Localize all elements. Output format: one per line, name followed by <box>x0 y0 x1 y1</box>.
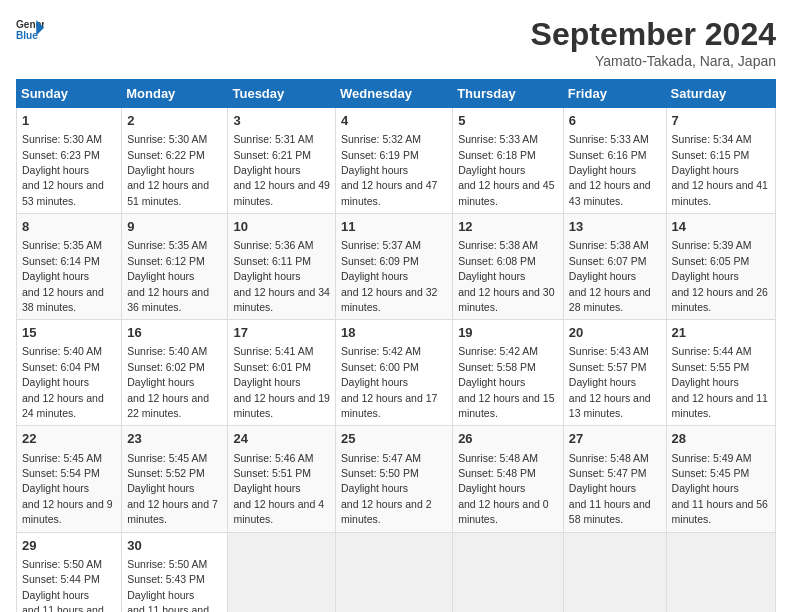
calendar-cell: 5Sunrise: 5:33 AMSunset: 6:18 PMDaylight… <box>453 108 564 214</box>
day-info: Sunrise: 5:30 AMSunset: 6:23 PMDaylight … <box>22 133 104 207</box>
header-row: Sunday Monday Tuesday Wednesday Thursday… <box>17 80 776 108</box>
calendar-body: 1Sunrise: 5:30 AMSunset: 6:23 PMDaylight… <box>17 108 776 613</box>
calendar-cell <box>666 532 775 612</box>
calendar-cell <box>228 532 336 612</box>
calendar-cell: 13Sunrise: 5:38 AMSunset: 6:07 PMDayligh… <box>563 214 666 320</box>
day-info: Sunrise: 5:33 AMSunset: 6:18 PMDaylight … <box>458 133 554 207</box>
col-sunday: Sunday <box>17 80 122 108</box>
day-info: Sunrise: 5:50 AMSunset: 5:43 PMDaylight … <box>127 558 209 612</box>
day-number: 24 <box>233 430 330 448</box>
calendar-cell: 15Sunrise: 5:40 AMSunset: 6:04 PMDayligh… <box>17 320 122 426</box>
calendar-row: 8Sunrise: 5:35 AMSunset: 6:14 PMDaylight… <box>17 214 776 320</box>
day-number: 13 <box>569 218 661 236</box>
day-number: 11 <box>341 218 447 236</box>
day-info: Sunrise: 5:48 AMSunset: 5:47 PMDaylight … <box>569 452 651 526</box>
day-info: Sunrise: 5:42 AMSunset: 5:58 PMDaylight … <box>458 345 554 419</box>
day-info: Sunrise: 5:36 AMSunset: 6:11 PMDaylight … <box>233 239 329 313</box>
calendar-cell: 8Sunrise: 5:35 AMSunset: 6:14 PMDaylight… <box>17 214 122 320</box>
calendar-cell <box>336 532 453 612</box>
day-number: 26 <box>458 430 558 448</box>
calendar-cell: 11Sunrise: 5:37 AMSunset: 6:09 PMDayligh… <box>336 214 453 320</box>
day-info: Sunrise: 5:49 AMSunset: 5:45 PMDaylight … <box>672 452 768 526</box>
calendar-cell: 3Sunrise: 5:31 AMSunset: 6:21 PMDaylight… <box>228 108 336 214</box>
day-number: 28 <box>672 430 770 448</box>
logo: General Blue <box>16 16 44 44</box>
day-number: 2 <box>127 112 222 130</box>
day-info: Sunrise: 5:46 AMSunset: 5:51 PMDaylight … <box>233 452 324 526</box>
location: Yamato-Takada, Nara, Japan <box>531 53 776 69</box>
day-info: Sunrise: 5:32 AMSunset: 6:19 PMDaylight … <box>341 133 437 207</box>
day-info: Sunrise: 5:43 AMSunset: 5:57 PMDaylight … <box>569 345 651 419</box>
day-number: 19 <box>458 324 558 342</box>
day-info: Sunrise: 5:44 AMSunset: 5:55 PMDaylight … <box>672 345 768 419</box>
day-number: 27 <box>569 430 661 448</box>
calendar-cell: 16Sunrise: 5:40 AMSunset: 6:02 PMDayligh… <box>122 320 228 426</box>
day-number: 1 <box>22 112 116 130</box>
day-info: Sunrise: 5:48 AMSunset: 5:48 PMDaylight … <box>458 452 549 526</box>
day-number: 6 <box>569 112 661 130</box>
day-number: 7 <box>672 112 770 130</box>
calendar-cell <box>563 532 666 612</box>
col-tuesday: Tuesday <box>228 80 336 108</box>
day-number: 20 <box>569 324 661 342</box>
logo-icon: General Blue <box>16 16 44 44</box>
calendar-cell: 18Sunrise: 5:42 AMSunset: 6:00 PMDayligh… <box>336 320 453 426</box>
col-friday: Friday <box>563 80 666 108</box>
day-info: Sunrise: 5:35 AMSunset: 6:14 PMDaylight … <box>22 239 104 313</box>
calendar-cell: 7Sunrise: 5:34 AMSunset: 6:15 PMDaylight… <box>666 108 775 214</box>
day-number: 3 <box>233 112 330 130</box>
day-number: 10 <box>233 218 330 236</box>
day-number: 12 <box>458 218 558 236</box>
calendar-cell: 6Sunrise: 5:33 AMSunset: 6:16 PMDaylight… <box>563 108 666 214</box>
svg-text:Blue: Blue <box>16 30 38 41</box>
day-number: 22 <box>22 430 116 448</box>
calendar-cell: 29Sunrise: 5:50 AMSunset: 5:44 PMDayligh… <box>17 532 122 612</box>
day-info: Sunrise: 5:30 AMSunset: 6:22 PMDaylight … <box>127 133 209 207</box>
day-info: Sunrise: 5:40 AMSunset: 6:02 PMDaylight … <box>127 345 209 419</box>
calendar-cell: 20Sunrise: 5:43 AMSunset: 5:57 PMDayligh… <box>563 320 666 426</box>
day-info: Sunrise: 5:42 AMSunset: 6:00 PMDaylight … <box>341 345 437 419</box>
day-info: Sunrise: 5:45 AMSunset: 5:52 PMDaylight … <box>127 452 218 526</box>
day-info: Sunrise: 5:40 AMSunset: 6:04 PMDaylight … <box>22 345 104 419</box>
calendar-cell: 21Sunrise: 5:44 AMSunset: 5:55 PMDayligh… <box>666 320 775 426</box>
col-monday: Monday <box>122 80 228 108</box>
calendar-cell: 17Sunrise: 5:41 AMSunset: 6:01 PMDayligh… <box>228 320 336 426</box>
calendar-cell: 14Sunrise: 5:39 AMSunset: 6:05 PMDayligh… <box>666 214 775 320</box>
day-info: Sunrise: 5:37 AMSunset: 6:09 PMDaylight … <box>341 239 437 313</box>
calendar-cell: 10Sunrise: 5:36 AMSunset: 6:11 PMDayligh… <box>228 214 336 320</box>
calendar-row: 29Sunrise: 5:50 AMSunset: 5:44 PMDayligh… <box>17 532 776 612</box>
day-info: Sunrise: 5:41 AMSunset: 6:01 PMDaylight … <box>233 345 329 419</box>
day-number: 25 <box>341 430 447 448</box>
calendar-table: Sunday Monday Tuesday Wednesday Thursday… <box>16 79 776 612</box>
calendar-cell: 28Sunrise: 5:49 AMSunset: 5:45 PMDayligh… <box>666 426 775 532</box>
calendar-cell: 2Sunrise: 5:30 AMSunset: 6:22 PMDaylight… <box>122 108 228 214</box>
day-number: 15 <box>22 324 116 342</box>
day-number: 23 <box>127 430 222 448</box>
calendar-row: 1Sunrise: 5:30 AMSunset: 6:23 PMDaylight… <box>17 108 776 214</box>
day-info: Sunrise: 5:47 AMSunset: 5:50 PMDaylight … <box>341 452 432 526</box>
day-number: 9 <box>127 218 222 236</box>
day-info: Sunrise: 5:38 AMSunset: 6:08 PMDaylight … <box>458 239 554 313</box>
day-info: Sunrise: 5:39 AMSunset: 6:05 PMDaylight … <box>672 239 768 313</box>
day-number: 14 <box>672 218 770 236</box>
day-info: Sunrise: 5:38 AMSunset: 6:07 PMDaylight … <box>569 239 651 313</box>
calendar-cell: 24Sunrise: 5:46 AMSunset: 5:51 PMDayligh… <box>228 426 336 532</box>
calendar-cell: 1Sunrise: 5:30 AMSunset: 6:23 PMDaylight… <box>17 108 122 214</box>
day-number: 29 <box>22 537 116 555</box>
day-number: 21 <box>672 324 770 342</box>
col-saturday: Saturday <box>666 80 775 108</box>
calendar-cell: 30Sunrise: 5:50 AMSunset: 5:43 PMDayligh… <box>122 532 228 612</box>
day-number: 30 <box>127 537 222 555</box>
calendar-cell <box>453 532 564 612</box>
col-wednesday: Wednesday <box>336 80 453 108</box>
calendar-cell: 22Sunrise: 5:45 AMSunset: 5:54 PMDayligh… <box>17 426 122 532</box>
day-info: Sunrise: 5:33 AMSunset: 6:16 PMDaylight … <box>569 133 651 207</box>
day-info: Sunrise: 5:34 AMSunset: 6:15 PMDaylight … <box>672 133 768 207</box>
page-header: General Blue September 2024 Yamato-Takad… <box>16 16 776 69</box>
day-number: 4 <box>341 112 447 130</box>
calendar-cell: 12Sunrise: 5:38 AMSunset: 6:08 PMDayligh… <box>453 214 564 320</box>
day-info: Sunrise: 5:35 AMSunset: 6:12 PMDaylight … <box>127 239 209 313</box>
day-info: Sunrise: 5:50 AMSunset: 5:44 PMDaylight … <box>22 558 104 612</box>
day-number: 18 <box>341 324 447 342</box>
title-block: September 2024 Yamato-Takada, Nara, Japa… <box>531 16 776 69</box>
